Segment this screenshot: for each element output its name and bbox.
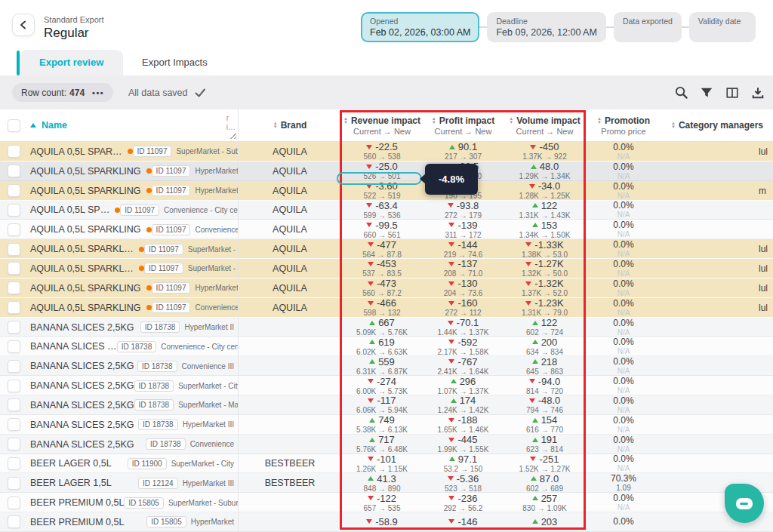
download-button[interactable]: [747, 82, 768, 103]
promotion-cell[interactable]: 0.0% N/A: [586, 278, 661, 298]
profit-impact-cell[interactable]: -144 219 → 74.6: [423, 239, 504, 259]
filter-button[interactable]: [696, 82, 717, 103]
profit-impact-cell[interactable]: -188 1.65K → 1.46K: [423, 415, 504, 435]
profit-impact-cell[interactable]: -70.1 1.44K → 1.37K: [423, 318, 504, 337]
row-checkbox[interactable]: [8, 497, 20, 509]
revenue-impact-cell[interactable]: -274 6.00K → 5.73K: [341, 376, 423, 395]
row-checkbox[interactable]: [8, 301, 20, 314]
table-row[interactable]: BEER LAGER 1,5L ID 12124 HyperMarket III…: [0, 473, 773, 493]
volume-impact-cell[interactable]: -34.0 1.28K → 1.25K: [504, 181, 586, 201]
volume-impact-cell[interactable]: 48.0 1.29K → 1.34K: [504, 161, 586, 181]
promotion-cell[interactable]: 0.0% N/A: [586, 376, 661, 395]
revenue-impact-cell[interactable]: -101 1.26K → 1.15K: [341, 454, 423, 474]
row-checkbox[interactable]: [8, 438, 20, 451]
back-button[interactable]: [12, 14, 35, 36]
promotion-cell[interactable]: 0.0% N/A: [586, 201, 661, 220]
revenue-impact-cell[interactable]: -3.60 522 → 519: [341, 181, 423, 201]
row-checkbox[interactable]: [8, 262, 20, 275]
column-header-profit-impact[interactable]: ▲▼ Profit impact Current → New: [423, 109, 504, 141]
profit-impact-cell[interactable]: -130 204 → 73.6: [423, 278, 504, 298]
table-row[interactable]: BANANA SLICES 2,5KG ID 18738 Convenience…: [0, 356, 773, 376]
revenue-impact-cell[interactable]: 749 5.38K → 6.13K: [341, 415, 423, 435]
profit-impact-cell[interactable]: -93.8 272 → 179: [423, 201, 504, 220]
table-row[interactable]: BANANA SLICES … ID 18738 Convenience - C…: [0, 337, 773, 356]
promotion-cell[interactable]: 0.0% N/A: [586, 435, 661, 454]
volume-impact-cell[interactable]: 154 616 → 770: [504, 415, 586, 435]
row-checkbox[interactable]: [8, 243, 20, 256]
column-header-promotion[interactable]: ▲▼ Promotion Promo price: [586, 109, 661, 141]
volume-impact-cell[interactable]: -94.0 814 → 720: [504, 376, 586, 395]
profit-impact-cell[interactable]: -146: [423, 512, 504, 532]
table-row[interactable]: AQUILA 0,5L SPARKL… ID 11097 SuperMarket…: [0, 239, 773, 259]
row-checkbox[interactable]: [8, 477, 20, 490]
profit-impact-cell[interactable]: 296 1.07K → 1.37K: [423, 376, 504, 395]
column-resize-handle[interactable]: [229, 132, 236, 139]
revenue-impact-cell[interactable]: -473 560 → 87.2: [341, 278, 423, 298]
column-header-name[interactable]: Name r i…: [27, 109, 239, 141]
date-pill-data-exported[interactable]: Data exported: [614, 12, 682, 42]
select-all-checkbox[interactable]: [8, 119, 20, 132]
promotion-cell[interactable]: 0.0% N/A: [586, 239, 661, 259]
chat-launcher-button[interactable]: [725, 484, 764, 523]
row-checkbox[interactable]: [8, 204, 20, 217]
revenue-impact-cell[interactable]: -117 6.06K → 5.94K: [341, 395, 423, 415]
revenue-impact-cell[interactable]: -477 564 → 87.8: [341, 239, 423, 259]
promotion-cell[interactable]: 0.0% N/A: [586, 318, 661, 337]
table-row[interactable]: BEER PREMIUM 0,5L ID 15805 SuperMarket -…: [0, 493, 773, 512]
promotion-cell[interactable]: 70.3% 1.09: [586, 473, 661, 493]
date-pill-deadline[interactable]: Deadline Feb 09, 2026, 12:00 AM: [487, 12, 605, 42]
promotion-cell[interactable]: 0.0% N/A: [586, 454, 661, 474]
table-row[interactable]: BEER LAGER 0,5L ID 11900 SuperMarket - C…: [0, 454, 773, 474]
tab-export-review[interactable]: Export review: [20, 50, 123, 75]
promotion-cell[interactable]: 0.0% N/A: [586, 395, 661, 415]
promotion-cell[interactable]: 0.0% N/A: [586, 493, 661, 512]
table-row[interactable]: BANANA SLICES 2,5KG ID 18738 SuperMarket…: [0, 395, 773, 415]
revenue-impact-cell[interactable]: -25.0 526 → 501: [341, 161, 423, 181]
ellipsis-icon[interactable]: •••: [92, 88, 104, 97]
row-checkbox[interactable]: [8, 321, 20, 334]
row-checkbox[interactable]: [8, 223, 20, 236]
search-button[interactable]: [670, 82, 691, 103]
volume-impact-cell[interactable]: 200 634 → 834: [504, 337, 586, 356]
volume-impact-cell[interactable]: 87.0 602 → 689: [504, 473, 586, 493]
promotion-cell[interactable]: 0.0% N/A: [586, 161, 661, 181]
revenue-impact-cell[interactable]: -122 657 → 535: [341, 493, 423, 512]
table-row[interactable]: AQUILA 0,5L SPARKLING ID 11097 Convenien…: [0, 220, 773, 239]
table-row[interactable]: BANANA SLICES 2,5KG ID 18738 HyperMarket…: [0, 318, 773, 337]
revenue-impact-cell[interactable]: 41.3 848 → 890: [341, 473, 423, 493]
volume-impact-cell[interactable]: -1.27K 1.32K → 50.0: [504, 259, 586, 278]
revenue-impact-cell[interactable]: 559 6.31K → 6.87K: [341, 356, 423, 376]
volume-impact-cell[interactable]: 153 1.34K → 1.50K: [504, 220, 586, 239]
revenue-impact-cell[interactable]: -63.4 599 → 536: [341, 201, 423, 220]
volume-impact-cell[interactable]: 122 602 → 724: [504, 318, 586, 337]
profit-impact-cell[interactable]: -5.36 523 → 518: [423, 473, 504, 493]
profit-impact-cell[interactable]: -139 311 → 172: [423, 220, 504, 239]
date-pill-opened[interactable]: Opened Feb 02, 2026, 03:00 AM: [361, 12, 479, 42]
table-row[interactable]: AQUILA 0,5L SPAR… ID 11097 SuperMarket -…: [0, 142, 773, 161]
promotion-cell[interactable]: 0.0% N/A: [586, 298, 661, 318]
row-checkbox[interactable]: [8, 398, 20, 411]
promotion-cell[interactable]: 0.0% N/A: [586, 142, 661, 161]
row-checkbox[interactable]: [8, 515, 20, 528]
volume-impact-cell[interactable]: 122 1.31K → 1.43K: [504, 201, 586, 220]
row-checkbox[interactable]: [8, 457, 20, 470]
promotion-cell[interactable]: 0.0% N/A: [586, 415, 661, 435]
revenue-impact-cell[interactable]: -453 537 → 83.5: [341, 259, 423, 278]
profit-impact-cell[interactable]: 97.1 53.2 → 150: [423, 454, 504, 474]
promotion-cell[interactable]: 0.0% N/A: [586, 337, 661, 356]
profit-impact-cell[interactable]: -592 2.17K → 1.58K: [423, 337, 504, 356]
promotion-cell[interactable]: 0.0% N/A: [586, 259, 661, 278]
profit-impact-cell[interactable]: 174 1.24K → 1.42K: [423, 395, 504, 415]
promotion-cell[interactable]: 0.0%: [586, 512, 661, 532]
row-checkbox[interactable]: [8, 340, 20, 353]
volume-impact-cell[interactable]: -1.23K 1.31K → 79.0: [504, 298, 586, 318]
revenue-impact-cell[interactable]: 619 6.02K → 6.63K: [341, 337, 423, 356]
promotion-cell[interactable]: 0.0% N/A: [586, 181, 661, 201]
row-checkbox[interactable]: [8, 145, 20, 158]
volume-impact-cell[interactable]: 218 645 → 863: [504, 356, 586, 376]
profit-impact-cell[interactable]: -137 208 → 71.0: [423, 259, 504, 278]
column-header-revenue-impact[interactable]: ▲▼ Revenue impact Current → New: [341, 109, 423, 141]
row-checkbox[interactable]: [8, 165, 20, 177]
profit-impact-cell[interactable]: 90.1 217 → 307: [423, 142, 504, 161]
column-header-brand[interactable]: ▲▼ Brand: [239, 109, 341, 141]
